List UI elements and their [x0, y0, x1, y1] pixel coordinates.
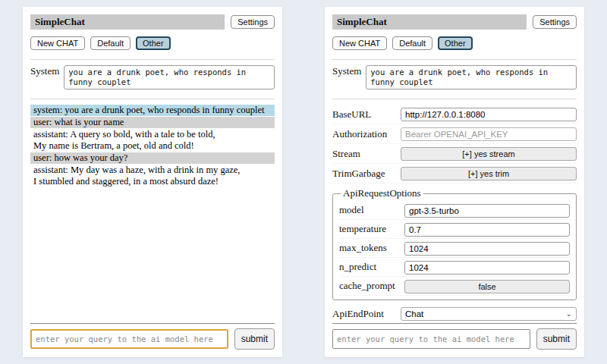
- app-title: SimpleChat: [332, 14, 527, 30]
- session-tab-other[interactable]: Other: [136, 36, 171, 50]
- header: SimpleChat Settings: [332, 14, 577, 30]
- cache-prompt-toggle-button[interactable]: false: [404, 280, 570, 293]
- stage: SimpleChat Settings New CHAT Default Oth…: [0, 0, 607, 357]
- settings-button[interactable]: Settings: [533, 15, 577, 29]
- setting-row-model: model: [339, 201, 570, 220]
- authorization-label: Authorization: [332, 128, 387, 140]
- baseurl-label: BaseURL: [332, 108, 371, 121]
- setting-row-cache-prompt: cache_prompt false: [339, 277, 570, 296]
- setting-row-trimgarbage: TrimGarbage [+] yes trim: [332, 164, 577, 184]
- new-chat-button[interactable]: New CHAT: [30, 36, 85, 50]
- setting-row-authorization: Authorization: [332, 124, 577, 144]
- setting-row-baseurl: BaseURL: [332, 105, 577, 124]
- chat-message-system: system: you are a drunk poet, who respon…: [30, 105, 275, 116]
- n-predict-label: n_predict: [339, 261, 376, 273]
- system-label: System: [332, 65, 361, 77]
- system-prompt-input[interactable]: [64, 65, 275, 89]
- submit-button[interactable]: submit: [536, 328, 577, 350]
- divider: [30, 59, 275, 60]
- settings-button[interactable]: Settings: [231, 15, 275, 29]
- query-input[interactable]: [30, 329, 228, 349]
- authorization-input[interactable]: [401, 127, 577, 141]
- trimgarbage-label: TrimGarbage: [332, 168, 385, 180]
- query-area: submit: [30, 322, 275, 350]
- n-predict-input[interactable]: [404, 261, 570, 275]
- cache-prompt-label: cache_prompt: [339, 280, 395, 292]
- stream-toggle-button[interactable]: [+] yes stream: [401, 147, 577, 161]
- chevron-down-icon: ⌄: [566, 310, 572, 318]
- query-input[interactable]: [332, 329, 530, 349]
- divider: [30, 99, 275, 99]
- session-tab-other[interactable]: Other: [438, 36, 473, 50]
- api-endpoint-select[interactable]: Chat ⌄: [401, 307, 577, 321]
- header: SimpleChat Settings: [30, 14, 275, 30]
- system-prompt-row: System: [30, 65, 275, 89]
- api-endpoint-label: ApiEndPoint: [332, 308, 384, 320]
- setting-row-api-endpoint: ApiEndPoint Chat ⌄: [332, 305, 577, 322]
- chat-message-list: system: you are a drunk poet, who respon…: [30, 105, 275, 322]
- temperature-input[interactable]: [404, 223, 570, 237]
- baseurl-input[interactable]: [401, 108, 577, 121]
- chat-message-assistant: assistant: A query so bold, with a tale …: [30, 129, 275, 152]
- max-tokens-input[interactable]: [404, 242, 570, 256]
- query-area: submit: [332, 322, 577, 350]
- divider: [332, 323, 577, 324]
- model-input[interactable]: [404, 204, 570, 218]
- chat-message-user: user: how was your day?: [30, 152, 275, 164]
- divider: [30, 323, 275, 324]
- temperature-label: temperature: [339, 223, 386, 235]
- divider: [332, 59, 577, 60]
- session-tab-default[interactable]: Default: [90, 36, 131, 50]
- settings-view-panel: SimpleChat Settings New CHAT Default Oth…: [325, 7, 584, 357]
- system-prompt-row: System: [332, 65, 577, 89]
- settings-list: BaseURL Authorization Stream [+] yes str…: [332, 105, 577, 322]
- session-tab-default[interactable]: Default: [392, 36, 432, 50]
- stream-label: Stream: [332, 148, 360, 160]
- max-tokens-label: max_tokens: [339, 242, 387, 254]
- system-prompt-input[interactable]: [366, 65, 577, 89]
- system-label: System: [30, 65, 59, 77]
- chat-message-user: user: what is your name: [30, 117, 275, 128]
- setting-row-stream: Stream [+] yes stream: [332, 144, 577, 164]
- trimgarbage-toggle-button[interactable]: [+] yes trim: [401, 167, 577, 180]
- submit-button[interactable]: submit: [234, 328, 275, 350]
- new-chat-button[interactable]: New CHAT: [332, 36, 387, 50]
- setting-row-temperature: temperature: [339, 220, 570, 239]
- session-toolbar: New CHAT Default Other: [30, 36, 275, 50]
- chat-view-panel: SimpleChat Settings New CHAT Default Oth…: [23, 7, 282, 357]
- model-label: model: [339, 204, 364, 216]
- setting-row-max-tokens: max_tokens: [339, 239, 570, 258]
- api-request-options-legend: ApiRequestOptions: [341, 187, 423, 199]
- api-endpoint-selected-value: Chat: [405, 309, 423, 318]
- chat-message-assistant: assistant: My day was a haze, with a dri…: [30, 165, 275, 187]
- api-request-options-group: ApiRequestOptions model temperature max_…: [332, 187, 577, 300]
- setting-row-n-predict: n_predict: [339, 258, 570, 277]
- divider: [332, 99, 577, 99]
- session-toolbar: New CHAT Default Other: [332, 36, 577, 50]
- app-title: SimpleChat: [30, 14, 225, 30]
